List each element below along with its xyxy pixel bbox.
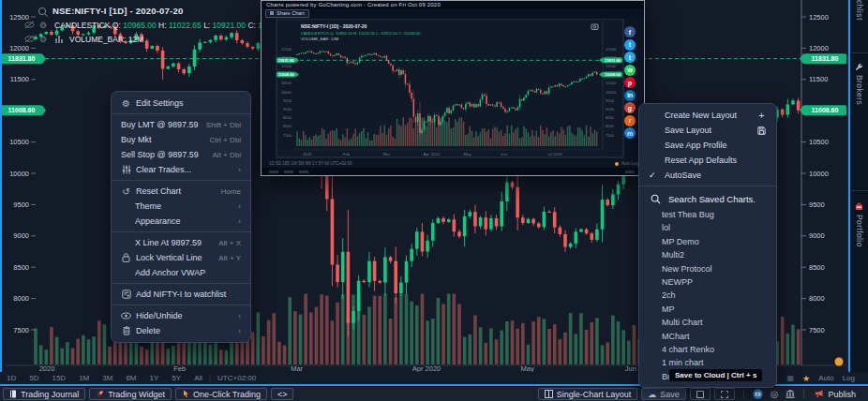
svg-text:12000: 12000 <box>809 44 829 52</box>
svg-text:8000: 8000 <box>283 124 292 128</box>
menu-item-buy-mkt[interactable]: Buy MktCtrl + Dbl <box>112 132 250 147</box>
saved-chart-item[interactable]: MP Demo <box>639 235 776 248</box>
watchlist-add-icon <box>121 290 131 300</box>
whatsapp-icon[interactable]: w <box>624 65 636 76</box>
saved-chart-item[interactable]: Multi2 <box>639 248 776 261</box>
grid-settings-icon[interactable]: ▦ <box>787 374 795 382</box>
menu-item-buy-lmt-9897-59[interactable]: Buy LMT @ 9897.59Shift + Dbl <box>112 117 250 132</box>
svg-text:9500: 9500 <box>809 200 825 209</box>
svg-text:8000: 8000 <box>809 294 825 303</box>
popup-chart-tab[interactable]: Share Chart <box>265 9 309 18</box>
svg-text:Jul 2020: Jul 2020 <box>547 152 563 156</box>
svg-text:8000: 8000 <box>13 294 29 303</box>
tab-brokers[interactable]: Brokers <box>855 53 864 153</box>
menu-item-delete[interactable]: Delete› <box>112 323 250 338</box>
single-chart-layout-button[interactable]: Single-Chart Layout <box>538 388 638 400</box>
svg-text:11500: 11500 <box>10 75 29 83</box>
menu-item-theme[interactable]: Theme› <box>112 199 250 214</box>
range-3m[interactable]: 3M <box>96 374 119 382</box>
log-scale-toggle[interactable]: Log <box>843 374 855 382</box>
hide-volume-icon[interactable] <box>24 35 36 44</box>
bank-icon <box>786 390 795 398</box>
messenger-icon[interactable]: m <box>624 127 636 139</box>
menu-item-reset-app-defaults[interactable]: Reset App Defaults <box>639 153 776 168</box>
magnifier-icon[interactable] <box>37 7 49 16</box>
trading-journal-button[interactable]: Trading Journal <box>3 388 85 400</box>
tab-portfolio[interactable]: Portfolio <box>855 191 864 294</box>
volume-settings-icon[interactable]: ⚙ <box>39 35 51 44</box>
saved-chart-item[interactable]: MChart <box>639 330 776 343</box>
saved-chart-item[interactable]: 2ch <box>639 289 776 302</box>
target-icon[interactable]: ◎ <box>771 389 779 399</box>
timezone-label[interactable]: UTC+02:00 <box>211 374 262 382</box>
saved-chart-item[interactable]: test Thea Bug <box>639 208 776 221</box>
linkedin-icon[interactable]: in <box>624 90 636 101</box>
range-1m[interactable]: 1M <box>72 374 96 382</box>
frame-icon <box>696 391 704 398</box>
exchange-button[interactable] <box>786 390 795 398</box>
code-button[interactable]: <> <box>271 388 294 400</box>
svg-text:9500: 9500 <box>13 200 29 209</box>
svg-text:10000: 10000 <box>606 90 617 95</box>
facebook-icon[interactable]: f <box>624 26 636 37</box>
save-button[interactable]: ☁ Save <box>641 388 686 400</box>
trading-widget-button[interactable]: Trading Widget <box>89 388 172 400</box>
range-15d[interactable]: 15D <box>45 374 72 382</box>
saved-chart-item[interactable]: Multi Chart <box>639 316 776 329</box>
saved-chart-item[interactable]: 1 min chart <box>639 356 776 369</box>
range-5y[interactable]: 5Y <box>165 374 187 382</box>
menu-item-x-line-at-9897-59[interactable]: X Line At 9897.59Alt + X <box>112 235 250 250</box>
menu-item-edit-settings[interactable]: ⚙Edit Settings <box>112 96 250 111</box>
reddit-icon[interactable]: r <box>624 115 636 126</box>
saved-chart-item[interactable]: MP <box>639 303 776 316</box>
menu-item-reset-chart[interactable]: ↺Reset ChartHome <box>112 184 250 199</box>
menu-item-appearance[interactable]: Appearance› <box>112 214 250 229</box>
screenshot-frame-button[interactable] <box>690 388 711 400</box>
eye-icon <box>121 311 131 321</box>
menu-item-add-nifty-i-to-watchlist[interactable]: Add NIFTY-I to watchlist <box>112 287 250 302</box>
one-click-trading-button[interactable]: One-Click Trading <box>175 388 267 400</box>
share-screenshot-popup: Charts powered by GoCharting.com - Creat… <box>261 0 645 176</box>
range-6m[interactable]: 6M <box>119 374 142 382</box>
svg-text:2020: 2020 <box>39 364 55 372</box>
saved-charts-search[interactable]: Search Saved Charts. <box>639 189 776 208</box>
svg-text:11008.60: 11008.60 <box>8 107 36 113</box>
menu-item-save-layout[interactable]: Save Layout <box>639 123 776 138</box>
range-1d[interactable]: 1D <box>0 374 22 382</box>
range-5d[interactable]: 5D <box>22 374 45 382</box>
checkmark-icon: ✓ <box>649 171 660 180</box>
menu-item-add-anchor-vwap[interactable]: Add Anchor VWAP <box>112 265 250 280</box>
saved-chart-item[interactable]: NEWPP <box>639 275 776 289</box>
fullscreen-button[interactable] <box>714 388 735 400</box>
telegram-icon[interactable]: t <box>624 52 636 63</box>
menu-item-create-new-layout[interactable]: Create New Layout+ <box>639 108 776 123</box>
saved-chart-item[interactable]: New Protocol <box>639 262 776 275</box>
svg-text:10500: 10500 <box>281 81 292 85</box>
lock-icon <box>121 253 131 263</box>
trash-icon <box>121 326 131 336</box>
range-all[interactable]: All <box>187 374 209 382</box>
gear-icon: ⚙ <box>121 98 131 109</box>
menu-item-autosave[interactable]: ✓AutoSave <box>639 168 776 183</box>
menu-item-hide-unhide[interactable]: Hide/Unhide› <box>112 308 250 323</box>
tab-watchlist[interactable]: Watchlist <box>855 0 864 52</box>
hide-series-icon[interactable] <box>24 21 36 30</box>
menu-item-clear-trades[interactable]: Clear Trades...› <box>112 162 250 177</box>
favorite-star-icon[interactable]: ★ <box>802 374 810 383</box>
symbol-title[interactable]: NSE:NIFTY-I [1D] - 2020-07-20 <box>52 6 183 16</box>
auto-scale-toggle[interactable]: Auto <box>818 374 833 382</box>
menu-item-sell-stop-9897-59[interactable]: Sell Stop @ 9897.59Alt + Dbl <box>112 147 250 162</box>
range-1y[interactable]: 1Y <box>143 374 166 382</box>
svg-text:7500: 7500 <box>606 133 615 138</box>
popup-mini-timeframe: 1D 5D 15D 1M 3M 6M 1Y 5Y All UTC+02:00 A… <box>269 161 638 166</box>
series-settings-icon[interactable]: ⚙ <box>39 21 51 30</box>
publish-button[interactable]: Publish <box>809 388 861 400</box>
camera-snapshot-button[interactable] <box>753 389 763 399</box>
menu-item-lock-vertical-line[interactable]: Lock Vertical LineAlt + Y <box>112 250 250 265</box>
pinterest-icon[interactable]: p <box>624 77 636 88</box>
saved-chart-item[interactable]: 4 chart Renko <box>639 343 776 356</box>
twitter-icon[interactable]: t <box>624 39 636 51</box>
gmail-icon[interactable]: g <box>624 102 636 113</box>
saved-chart-item[interactable]: lol <box>639 221 776 234</box>
menu-item-save-app-profile[interactable]: Save App Profile <box>639 138 776 153</box>
